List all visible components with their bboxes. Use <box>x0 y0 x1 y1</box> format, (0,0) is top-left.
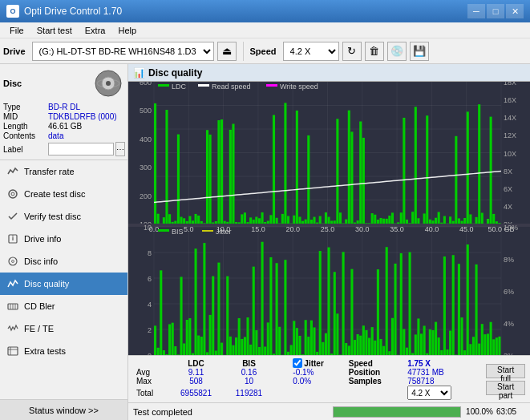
burn-button[interactable]: 💿 <box>387 42 407 61</box>
menu-help[interactable]: Help <box>111 24 143 37</box>
content-area: 📊 Disc quality LDC BIS Jitter Speed <box>128 64 530 420</box>
fe-te-icon <box>6 322 19 335</box>
nav-disc-info[interactable]: Disc info <box>0 250 127 273</box>
nav-label-verify-test-disc: Verify test disc <box>24 212 81 221</box>
progress-value: 100.0% <box>464 407 493 416</box>
menu-extra[interactable]: Extra <box>79 24 112 37</box>
nav-fe-te[interactable]: FE / TE <box>0 317 127 340</box>
nav-label-transfer-rate: Transfer rate <box>24 167 75 176</box>
mid-value: TDKBLDRFB (000) <box>48 112 117 121</box>
nav-label-disc-quality: Disc quality <box>24 279 69 289</box>
contents-value: data <box>48 131 63 140</box>
nav-label-extra-tests: Extra tests <box>24 346 66 356</box>
nav-label-cd-bler: CD Bler <box>24 301 55 311</box>
svg-point-2 <box>106 81 111 86</box>
disc-panel: Disc Type BD-R DL MID TDKBL <box>0 64 127 160</box>
close-button[interactable]: ✕ <box>506 4 524 18</box>
disc-fields: Type BD-R DL MID TDKBLDRFB (000) Length … <box>3 103 124 156</box>
minimize-button[interactable]: ─ <box>467 4 485 18</box>
type-value: BD-R DL <box>48 103 80 111</box>
nav-label-drive-info: Drive info <box>24 234 61 244</box>
max-label: Max <box>133 377 168 386</box>
disc-quality-icon <box>6 277 19 290</box>
save-button[interactable]: 💾 <box>410 42 429 61</box>
maximize-button[interactable]: □ <box>487 4 504 18</box>
nav-cd-bler[interactable]: CD Bler <box>0 295 127 317</box>
erase-button[interactable]: 🗑 <box>365 42 384 61</box>
contents-key: Contents <box>3 131 48 140</box>
disc-type-row: Type BD-R DL <box>3 103 124 111</box>
transfer-rate-icon <box>6 165 19 178</box>
time-value: 63:05 <box>496 407 525 416</box>
menu-file[interactable]: File <box>3 24 30 37</box>
ldc-header: LDC <box>168 358 224 368</box>
nav-create-test-disc[interactable]: Create test disc <box>0 183 127 205</box>
refresh-button[interactable]: ↻ <box>342 42 362 61</box>
progress-bar-outer <box>333 406 462 418</box>
eject-button[interactable]: ⏏ <box>217 42 237 61</box>
total-bis: 119281 <box>225 386 274 400</box>
jitter-checkbox[interactable] <box>293 358 302 368</box>
avg-jitter: -0.1% <box>289 368 345 377</box>
drive-select[interactable]: (G:) HL-DT-ST BD-RE WH16NS48 1.D3 <box>32 42 214 61</box>
nav-transfer-rate[interactable]: Transfer rate <box>0 160 127 183</box>
cd-bler-icon <box>6 300 19 313</box>
label-browse-button[interactable]: ⋯ <box>115 142 125 156</box>
create-disc-icon <box>6 188 19 200</box>
svg-point-5 <box>11 192 14 196</box>
avg-label: Avg <box>133 368 168 377</box>
nav-label-disc-info: Disc info <box>24 256 58 266</box>
svg-point-9 <box>9 257 17 265</box>
max-jitter: 0.0% <box>289 377 345 386</box>
chart-title: Disc quality <box>148 67 202 79</box>
nav-label-create-test-disc: Create test disc <box>24 189 85 199</box>
status-window-button[interactable]: Status window >> <box>0 399 127 420</box>
titlebar-title: Opti Drive Control 1.70 <box>24 6 122 17</box>
disc-title: Disc <box>3 79 22 88</box>
titlebar: O Opti Drive Control 1.70 ─ □ ✕ <box>0 0 530 22</box>
svg-point-8 <box>12 236 14 237</box>
jitter-header: Jitter <box>304 359 323 368</box>
label-input[interactable] <box>48 143 114 155</box>
nav-extra-tests[interactable]: Extra tests <box>0 340 127 362</box>
chart-header-icon: 📊 <box>133 67 145 79</box>
menubar: File Start test Extra Help <box>0 22 530 38</box>
statusbar: Test completed 100.0% 63:05 <box>128 402 530 420</box>
position-label: Position <box>346 368 404 377</box>
stats-table: LDC BIS Jitter Speed 1.75 X Avg 9.11 0.1… <box>133 358 479 400</box>
nav-label-fe-te: FE / TE <box>24 324 54 333</box>
max-bis: 10 <box>225 377 274 386</box>
disc-header: Disc <box>3 67 124 99</box>
start-part-button[interactable]: Start part <box>486 381 525 395</box>
mid-key: MID <box>3 112 48 121</box>
speed-label: Speed <box>250 46 277 56</box>
drive-info-icon <box>6 232 19 245</box>
nav-disc-quality[interactable]: Disc quality <box>0 273 127 295</box>
menu-start-test[interactable]: Start test <box>30 24 79 37</box>
svg-point-4 <box>9 190 17 198</box>
charts-area <box>128 82 530 355</box>
start-full-button[interactable]: Start full <box>486 364 525 378</box>
verify-icon <box>6 210 19 223</box>
svg-point-10 <box>12 260 14 263</box>
svg-rect-15 <box>8 347 18 355</box>
disc-icon <box>92 67 124 99</box>
speed-select[interactable]: 4.2 X <box>283 42 339 61</box>
extra-tests-icon <box>6 345 19 357</box>
speed-stat-header: Speed <box>346 358 404 368</box>
main-area: Disc Type BD-R DL MID TDKBL <box>0 64 530 420</box>
stats-speed-select[interactable]: 4.2 X <box>407 386 451 400</box>
nav-drive-info[interactable]: Drive info <box>0 228 127 250</box>
progress-container: 100.0% 63:05 <box>333 406 526 418</box>
sidebar: Disc Type BD-R DL MID TDKBL <box>0 64 128 420</box>
samples-label: Samples <box>346 377 404 386</box>
speed-stat-value: 1.75 X <box>404 358 479 368</box>
progress-bar-inner <box>334 407 461 417</box>
nav-list: Transfer rate Create test disc Verify te… <box>0 160 127 399</box>
nav-verify-test-disc[interactable]: Verify test disc <box>0 205 127 228</box>
total-ldc: 6955821 <box>168 386 224 400</box>
type-key: Type <box>3 103 48 111</box>
status-text: Test completed <box>133 407 326 417</box>
bis-header: BIS <box>225 358 274 368</box>
length-value: 46.61 GB <box>48 122 82 131</box>
